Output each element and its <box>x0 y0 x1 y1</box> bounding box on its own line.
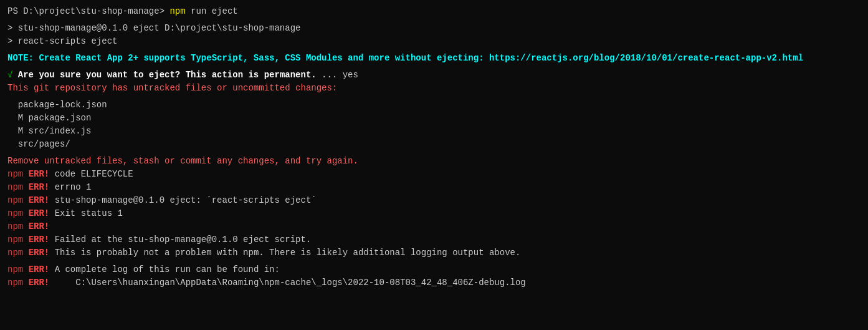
git-warning: This git repository has untracked files … <box>7 82 861 95</box>
err7: npm ERR! This is probably not a problem … <box>7 246 861 260</box>
err3: npm ERR! stu-shop-manage@0.1.0 eject: `r… <box>7 194 861 207</box>
remove-msg: Remove untracked files, stash or commit … <box>7 155 861 168</box>
file4: src/pages/ <box>7 138 861 151</box>
note-line: NOTE: Create React App 2+ supports TypeS… <box>7 52 861 65</box>
eject-line2: > react-scripts eject <box>7 35 861 48</box>
err9: npm ERR! C:\Users\huanxingan\AppData\Roa… <box>7 276 861 289</box>
err5: npm ERR! <box>7 220 861 233</box>
err1: npm ERR! code ELIFECYCLE <box>7 168 861 181</box>
prompt-cmd: PS D:\project\stu-shop-manage> npm run e… <box>7 5 861 18</box>
file2: M package.json <box>7 112 861 125</box>
eject-line1: > stu-shop-manage@0.1.0 eject D:\project… <box>7 22 861 35</box>
err6: npm ERR! Failed at the stu-shop-manage@0… <box>7 233 861 246</box>
err2: npm ERR! errno 1 <box>7 181 861 194</box>
err8: npm ERR! A complete log of this run can … <box>7 263 861 276</box>
file1: package-lock.json <box>7 99 861 112</box>
terminal-window: PS D:\project\stu-shop-manage> npm run e… <box>7 5 861 289</box>
confirm-line: √ Are you sure you want to eject? This a… <box>7 69 861 82</box>
err4: npm ERR! Exit status 1 <box>7 207 861 220</box>
file3: M src/index.js <box>7 125 861 138</box>
